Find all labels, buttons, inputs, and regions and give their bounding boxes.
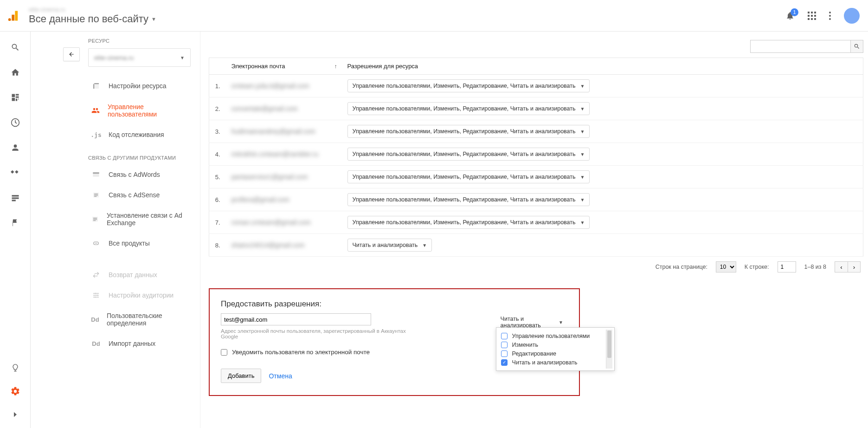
cancel-button[interactable]: Отмена — [269, 372, 292, 380]
nav-data-import[interactable]: Dd Импорт данных — [88, 333, 191, 354]
notifications-button[interactable]: 1 — [785, 11, 795, 20]
dd-icon: Dd — [91, 316, 99, 323]
perm-option-edit[interactable]: Изменить — [501, 340, 602, 349]
next-page-button[interactable]: › — [848, 261, 861, 272]
users-table: Электронная почта ↑ Разрешения для ресур… — [209, 58, 863, 257]
page-range: 1–8 из 8 — [804, 264, 826, 270]
prev-page-button[interactable]: ‹ — [835, 261, 848, 272]
acquisition-icon[interactable] — [11, 168, 20, 177]
search-input[interactable] — [750, 40, 850, 53]
svg-point-6 — [97, 295, 98, 296]
collapse-icon[interactable] — [11, 410, 19, 419]
nav-label: Связь с AdSense — [109, 191, 160, 199]
perm-option-collab[interactable]: Редактирование — [501, 349, 602, 358]
row-email: profiera@gmail.com — [226, 188, 342, 211]
swap-icon — [91, 271, 101, 279]
table-search — [750, 40, 863, 53]
grant-permissions-panel: Предоставить разрешения: Адрес электронн… — [209, 288, 580, 396]
realtime-icon[interactable] — [11, 118, 20, 127]
nav-audience-settings[interactable]: Настройки аудитории — [88, 285, 191, 305]
search-icon[interactable] — [11, 43, 20, 52]
table-row: 5.pantaservice1@gmail.comУправление поль… — [209, 166, 863, 188]
sliders-icon — [91, 292, 101, 299]
row-email: hudimaevandrey@gmail.com — [226, 120, 342, 143]
svg-rect-2 — [93, 172, 99, 174]
notify-checkbox[interactable] — [221, 349, 227, 356]
row-permission-select[interactable]: Управление пользователями, Изменить, Ред… — [347, 193, 590, 206]
permission-popover: Управление пользователями Изменить Редак… — [496, 327, 615, 371]
behavior-icon[interactable] — [11, 193, 20, 202]
caret-down-icon: ▼ — [580, 106, 585, 111]
row-email: pantaservice1@gmail.com — [226, 166, 342, 188]
app-header: elite-cinema.ru Все данные по веб-сайту … — [0, 0, 868, 32]
nav-adexchange-link[interactable]: Установление связи с Ad Exchange — [88, 205, 191, 233]
nav-property-settings[interactable]: Настройки ресурса — [88, 75, 191, 97]
row-permissions-cell: Управление пользователями, Изменить, Ред… — [342, 97, 863, 120]
grant-email-input[interactable] — [221, 313, 371, 325]
nav-adsense-link[interactable]: Связь с AdSense — [88, 185, 191, 205]
row-index: 5. — [209, 166, 226, 188]
nav-all-products[interactable]: Все продукты — [88, 233, 191, 253]
category-label: РЕСУРС — [88, 38, 191, 44]
nav-label: Настройки аудитории — [109, 292, 174, 299]
popover-scrollbar[interactable] — [606, 330, 612, 369]
nav-label: Пользовательские определения — [107, 312, 186, 327]
customization-icon[interactable] — [11, 93, 20, 102]
table-row: 1.cmteam.julia.b@gmail.comУправление пол… — [209, 75, 863, 97]
conversions-icon[interactable] — [11, 218, 20, 227]
add-button[interactable]: Добавить — [221, 369, 261, 383]
product-links-header: СВЯЗЬ С ДРУГИМИ ПРОДУКТАМИ — [88, 155, 191, 161]
caret-down-icon: ▼ — [151, 16, 156, 22]
view-selector[interactable]: Все данные по веб-сайту ▼ — [29, 13, 785, 25]
row-permission-select[interactable]: Управление пользователями, Изменить, Ред… — [347, 216, 590, 229]
row-permissions-cell: Управление пользователями, Изменить, Ред… — [342, 143, 863, 166]
row-index: 3. — [209, 120, 226, 143]
discover-icon[interactable] — [11, 363, 20, 372]
user-avatar[interactable] — [844, 8, 860, 24]
row-permissions-cell: Управление пользователями, Изменить, Ред… — [342, 188, 863, 211]
row-permission-select[interactable]: Управление пользователями, Изменить, Ред… — [347, 125, 590, 138]
perm-option-manage[interactable]: Управление пользователями — [501, 331, 602, 340]
nav-custom-definitions[interactable]: Dd Пользовательские определения — [88, 305, 191, 333]
row-permission-select[interactable]: Управление пользователями, Изменить, Ред… — [347, 102, 590, 115]
nav-label: Установление связи с Ad Exchange — [107, 212, 186, 227]
nav-label: Все продукты — [109, 240, 150, 247]
row-permissions-cell: Управление пользователями, Изменить, Ред… — [342, 211, 863, 234]
table-row: 6.profiera@gmail.comУправление пользоват… — [209, 188, 863, 211]
more-menu-icon[interactable] — [829, 12, 831, 20]
perm-option-read[interactable]: Читать и анализировать — [501, 358, 602, 367]
link-icon — [91, 240, 101, 246]
admin-gear-icon[interactable] — [10, 386, 20, 396]
svg-point-0 — [8, 18, 11, 21]
row-permission-select[interactable]: Управление пользователями, Изменить, Ред… — [347, 170, 590, 183]
row-permission-select[interactable]: Управление пользователями, Изменить, Ред… — [347, 79, 590, 92]
nav-adwords-link[interactable]: Связь с AdWords — [88, 164, 191, 185]
col-permissions[interactable]: Разрешения для ресурса — [342, 58, 863, 75]
goto-row-label: К строке: — [745, 264, 769, 270]
nav-user-management[interactable]: Управление пользователями — [88, 97, 191, 124]
audience-icon[interactable] — [11, 143, 20, 152]
checkbox-icon — [501, 350, 508, 357]
row-index: 7. — [209, 211, 226, 234]
google-apps-icon[interactable] — [808, 12, 816, 20]
home-icon[interactable] — [11, 68, 20, 77]
goto-row-input[interactable] — [778, 261, 796, 272]
svg-point-7 — [95, 297, 96, 298]
row-permission-select[interactable]: Управление пользователями, Изменить, Ред… — [347, 148, 590, 161]
nav-postback[interactable]: Возврат данных — [88, 265, 191, 285]
resource-selector[interactable]: elite-cinema.ru ▼ — [88, 48, 191, 67]
table-row: 2.convertate@gmail.comУправление пользов… — [209, 97, 863, 120]
nav-label: Импорт данных — [109, 340, 155, 347]
row-permission-select[interactable]: Читать и анализировать▼ — [347, 239, 432, 252]
table-pager: Строк на странице: 10 К строке: 1–8 из 8… — [209, 257, 863, 277]
list-icon — [91, 215, 99, 223]
search-button[interactable] — [850, 40, 863, 53]
back-button[interactable] — [63, 47, 80, 61]
nav-label: Код отслеживания — [109, 131, 164, 138]
col-email[interactable]: Электронная почта ↑ — [226, 58, 342, 75]
row-permissions-cell: Читать и анализировать▼ — [342, 234, 863, 257]
row-index: 6. — [209, 188, 226, 211]
row-email: convertate@gmail.com — [226, 97, 342, 120]
nav-tracking-code[interactable]: .js Код отслеживания — [88, 124, 191, 145]
rows-per-page-select[interactable]: 10 — [716, 261, 736, 272]
